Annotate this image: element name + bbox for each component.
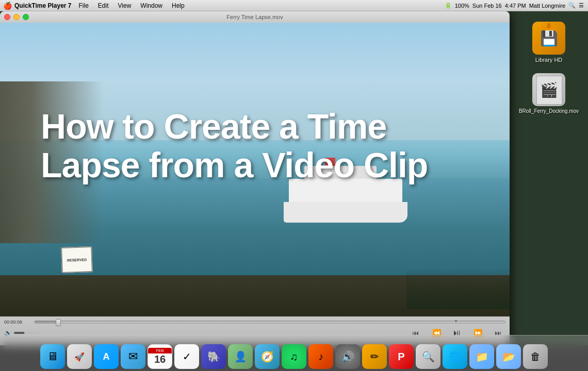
calendar-icon[interactable]: FEB 16 (148, 344, 172, 369)
desktop: Ferry Time Lapse.mov RESERVED How to C (0, 11, 588, 345)
menu-file[interactable]: File (75, 2, 93, 9)
traffic-lights (0, 14, 29, 20)
video-title-line2: Lapse from a Video Clip (41, 145, 428, 184)
finder-icon[interactable]: 🖥 (40, 344, 65, 369)
safari-icon[interactable]: 🧭 (255, 344, 280, 369)
dock-item-folder1[interactable]: 📁 (469, 344, 494, 369)
dock-item-folder2[interactable]: 📂 (496, 344, 521, 369)
dock-item-safari[interactable]: 🧭 (255, 344, 280, 369)
menubar: 🍎 QuickTime Player 7 File Edit View Wind… (0, 0, 588, 11)
dock-item-address[interactable]: 👤 (228, 344, 253, 369)
dock-item-mail[interactable]: ✉ (121, 344, 145, 369)
time-display: 00:00:06 (4, 319, 31, 325)
dock-item-evernote[interactable]: 🐘 (201, 344, 226, 369)
dock-item-sound[interactable]: 🔊 (335, 344, 360, 369)
todo-icon[interactable]: ✓ (174, 344, 199, 369)
address-icon[interactable]: 👤 (228, 344, 253, 369)
ferry-hull (284, 202, 407, 223)
evernote-icon[interactable]: 🐘 (201, 344, 226, 369)
volume-slider[interactable] (14, 332, 40, 334)
dock-item-pencil[interactable]: ✏ (362, 344, 387, 369)
reserved-sign: RESERVED (61, 246, 93, 273)
dock-item-spotlight[interactable]: 🔍 (416, 344, 440, 369)
appstore-icon[interactable]: A (94, 344, 119, 369)
titlebar: Ferry Time Lapse.mov (0, 11, 510, 23)
video-title-overlay: How to Create a Time Lapse from a Video … (41, 108, 489, 185)
browser2-icon[interactable]: 🌐 (443, 344, 467, 369)
dock-item-appstore[interactable]: A (94, 344, 119, 369)
spotlight-icon[interactable]: 🔍 (416, 344, 440, 369)
minimize-button[interactable] (13, 14, 20, 20)
menu-items: File Edit View Window Help (75, 2, 189, 9)
library-hd-icon: 💾 (532, 22, 565, 55)
menu-extras-icon[interactable]: ☰ (579, 2, 584, 9)
pixelmator-icon[interactable]: P (389, 344, 414, 369)
broll-file-icon: 🎬 (532, 73, 565, 106)
menu-edit[interactable]: Edit (94, 2, 113, 9)
battery-indicator: 🔋 (445, 2, 452, 9)
trees-silhouette (406, 268, 510, 309)
battery-percent: 100% (455, 3, 469, 9)
maximize-button[interactable] (23, 14, 29, 20)
rocket-icon[interactable]: 🚀 (67, 344, 92, 369)
time-display: 4:47 PM (505, 3, 526, 9)
trash-icon[interactable]: 🗑 (523, 344, 548, 369)
mail-icon[interactable]: ✉ (121, 344, 145, 369)
sound-icon[interactable]: 🔊 (335, 344, 360, 369)
progress-track[interactable]: ▼ (34, 321, 505, 324)
itunes-icon[interactable]: ♪ (308, 344, 333, 369)
progress-marker: ▼ (454, 319, 458, 324)
video-title-line1: How to Create a Time (41, 107, 386, 146)
spotify-icon[interactable]: ♫ (282, 344, 306, 369)
close-button[interactable] (4, 14, 10, 20)
user-name[interactable]: Matt Longmire (529, 3, 565, 9)
broll-label: BRoll_Ferry_Docking.mov (519, 108, 579, 114)
date-display: Sun Feb 16 (472, 3, 502, 9)
dock-item-pixelmator[interactable]: P (389, 344, 414, 369)
folder2-icon[interactable]: 📂 (496, 344, 521, 369)
pencil-icon[interactable]: ✏ (362, 344, 387, 369)
window-title: Ferry Time Lapse.mov (226, 14, 283, 20)
menu-help[interactable]: Help (168, 2, 189, 9)
app-name[interactable]: QuickTime Player 7 (14, 2, 72, 9)
menu-window[interactable]: Window (136, 2, 167, 9)
desktop-sidebar: 💾 Library HD 🎬 BRoll_Ferry_Docking.mov (510, 11, 588, 345)
dock-item-todo[interactable]: ✓ (174, 344, 199, 369)
dock-item-itunes[interactable]: ♪ (308, 344, 333, 369)
dock-item-rocket[interactable]: 🚀 (67, 344, 92, 369)
dock-item-spotify[interactable]: ♫ (282, 344, 306, 369)
dock-item-browser2[interactable]: 🌐 (443, 344, 467, 369)
desktop-icon-library-hd[interactable]: 💾 Library HD (532, 22, 565, 63)
dock-item-trash[interactable]: 🗑 (523, 344, 548, 369)
progress-fill (35, 321, 58, 323)
menubar-right: 🔋 100% Sun Feb 16 4:47 PM Matt Longmire … (445, 2, 588, 9)
progress-thumb[interactable] (56, 319, 61, 326)
library-hd-label: Library HD (535, 57, 563, 63)
desktop-icon-broll[interactable]: 🎬 BRoll_Ferry_Docking.mov (519, 73, 579, 114)
apple-menu[interactable]: 🍎 (0, 2, 14, 10)
menu-view[interactable]: View (114, 2, 136, 9)
dock-item-calendar[interactable]: FEB 16 (148, 344, 172, 369)
search-icon[interactable]: 🔍 (568, 2, 576, 9)
dock: 🖥 🚀 A ✉ FEB 16 ✓ 🐘 👤 🧭 ♫ ♪ 🔊 ✏ P 🔍 (0, 335, 588, 371)
dock-item-finder[interactable]: 🖥 (40, 344, 65, 369)
progress-bar-container: 00:00:06 ▼ (4, 317, 505, 325)
folder1-icon[interactable]: 📁 (469, 344, 494, 369)
